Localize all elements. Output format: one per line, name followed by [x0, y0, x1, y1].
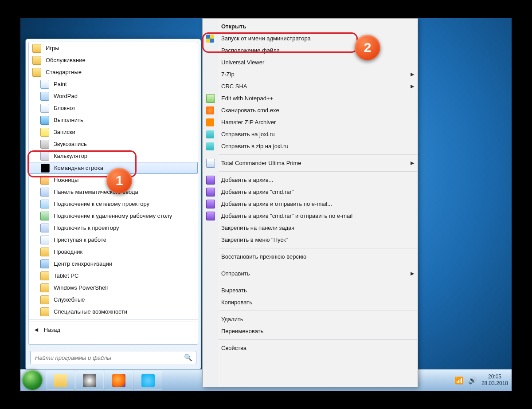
ctx-Добавить в архив "cmd.rar" и отправить по e-mail[interactable]: Добавить в архив "cmd.rar" и отправить п… — [203, 210, 418, 222]
back-label: Назад — [44, 326, 60, 333]
start-button[interactable] — [22, 370, 43, 390]
ctx-Сканировать cmd.exe[interactable]: Сканировать cmd.exe — [203, 104, 418, 116]
ctx-Universal Viewer[interactable]: Universal Viewer — [203, 56, 418, 68]
folder-Windows PowerShell[interactable]: Windows PowerShell — [29, 282, 198, 294]
network-icon[interactable]: 📶 — [455, 376, 464, 385]
program-icon — [40, 104, 49, 113]
folder-icon — [32, 56, 41, 65]
folder-icon — [40, 295, 49, 304]
program-label: Выполнить — [54, 117, 83, 123]
menu-item-label: Запуск от имени администратора — [221, 35, 311, 42]
taskbar-button-firefox[interactable] — [105, 371, 133, 390]
ctx-Переименовать[interactable]: Переименовать — [203, 325, 418, 337]
ctx-Восстановить прежнюю версию[interactable]: Восстановить прежнюю версию — [203, 251, 418, 263]
program-icon — [40, 224, 49, 232]
ctx-Закрепить на панели задач[interactable]: Закрепить на панели задач — [203, 222, 418, 234]
menu-item-icon — [206, 130, 214, 138]
program-Центр синхронизации[interactable]: Центр синхронизации — [29, 258, 198, 270]
taskbar-app-icon — [112, 374, 125, 387]
program-icon — [40, 152, 49, 161]
program-icon — [40, 92, 49, 101]
ctx-CRC SHA[interactable]: CRC SHA▶ — [203, 80, 418, 92]
back-button[interactable]: ◄ Назад — [29, 322, 198, 337]
menu-item-icon — [206, 176, 215, 185]
folder-icon — [32, 68, 41, 77]
ctx-Отправить на joxi.ru[interactable]: Отправить на joxi.ru — [203, 128, 418, 140]
ctx-Запуск от имени администратора[interactable]: Запуск от имени администратора — [203, 32, 418, 44]
ctx-Добавить в архив "cmd.rar"[interactable]: Добавить в архив "cmd.rar" — [203, 186, 418, 198]
program-Проводник[interactable]: Проводник — [29, 246, 198, 258]
program-WordPad[interactable]: WordPad — [29, 90, 198, 102]
taskbar-button-panda[interactable] — [75, 371, 104, 390]
menu-item-icon — [206, 35, 214, 43]
program-Подключение к удаленному рабочему столу[interactable]: Подключение к удаленному рабочему столу — [29, 210, 198, 222]
clock-time: 20:05 — [481, 374, 508, 380]
ctx-Добавить в архив...[interactable]: Добавить в архив... — [203, 174, 418, 186]
ctx-Копировать[interactable]: Копировать — [203, 296, 418, 308]
menu-item-icon — [206, 159, 215, 168]
clock[interactable]: 20:05 28.03.2018 — [481, 374, 508, 387]
ctx-Hamster ZIP Archiver[interactable]: Hamster ZIP Archiver — [203, 116, 418, 128]
program-Подключение к сетевому проектору[interactable]: Подключение к сетевому проектору — [29, 198, 198, 210]
program-label: Подключить к проектору — [54, 224, 119, 231]
folder-Обслуживание[interactable]: Обслуживание — [29, 54, 198, 66]
ctx-Отправить[interactable]: Отправить▶ — [203, 267, 418, 279]
callout-badge-1: 1 — [106, 168, 132, 193]
menu-item-label: Закрепить в меню "Пуск" — [221, 236, 288, 243]
program-label: Центр синхронизации — [54, 260, 112, 267]
program-Записки[interactable]: Записки — [29, 126, 198, 138]
volume-icon[interactable]: 🔊 — [468, 376, 477, 385]
folder-Tablet PC[interactable]: Tablet PC — [29, 270, 198, 282]
search-input[interactable] — [34, 354, 184, 362]
program-Звукозапись[interactable]: Звукозапись — [29, 138, 198, 150]
ctx-Удалить[interactable]: Удалить — [203, 313, 418, 325]
ctx-Свойства[interactable]: Свойства — [203, 342, 418, 354]
ctx-7-Zip[interactable]: 7-Zip▶ — [203, 68, 418, 80]
folder-icon — [40, 307, 49, 316]
folder-Служебные[interactable]: Служебные — [29, 294, 198, 306]
menu-item-label: Total Commander Ultima Prime — [221, 160, 301, 166]
taskbar-button-skype[interactable] — [134, 371, 162, 390]
ctx-Edit with Notepad++[interactable]: Edit with Notepad++ — [203, 92, 418, 104]
programs-list: ИгрыОбслуживаниеСтандартныеPaintWordPadБ… — [28, 42, 198, 345]
menu-item-label: Edit with Notepad++ — [221, 95, 273, 102]
system-tray: 📶 🔊 20:05 28.03.2018 — [455, 370, 508, 391]
menu-item-label: Закрепить на панели задач — [221, 224, 294, 231]
menu-item-icon — [206, 118, 214, 126]
menu-item-icon — [206, 142, 214, 150]
menu-item-label: Свойства — [221, 345, 246, 351]
callout-badge-2: 2 — [355, 35, 380, 60]
program-Подключить к проектору[interactable]: Подключить к проектору — [29, 222, 198, 234]
ctx-Вырезать[interactable]: Вырезать — [203, 284, 418, 296]
program-label: Подключение к сетевому проектору — [54, 201, 149, 207]
menu-item-icon — [206, 200, 215, 208]
folder-label: Windows PowerShell — [54, 284, 108, 291]
ctx-Закрепить в меню "Пуск"[interactable]: Закрепить в меню "Пуск" — [203, 234, 418, 246]
menu-item-label: Сканировать cmd.exe — [221, 107, 279, 114]
program-Выполнить[interactable]: Выполнить — [29, 114, 198, 126]
program-Блокнот[interactable]: Блокнот — [29, 102, 198, 114]
ctx-Отправить в zip на joxi.ru[interactable]: Отправить в zip на joxi.ru — [203, 140, 418, 152]
program-Калькулятор[interactable]: Калькулятор — [29, 150, 198, 162]
folder-label: Обслуживание — [46, 57, 86, 63]
program-Paint[interactable]: Paint — [29, 78, 198, 90]
menu-item-label: Удалить — [221, 316, 243, 322]
folder-Стандартные[interactable]: Стандартные — [29, 66, 198, 78]
folder-Специальные возможности[interactable]: Специальные возможности — [29, 306, 198, 318]
search-box[interactable]: 🔍 — [30, 351, 196, 364]
program-label: Приступая к работе — [54, 236, 106, 243]
taskbar-app-icon — [141, 374, 155, 387]
ctx-Открыть[interactable]: Открыть — [203, 20, 418, 32]
separator — [219, 339, 417, 340]
program-Приступая к работе[interactable]: Приступая к работе — [29, 234, 198, 246]
search-icon: 🔍 — [184, 354, 192, 362]
folder-Игры[interactable]: Игры — [29, 42, 198, 54]
context-menu: ОткрытьЗапуск от имени администратораРас… — [202, 18, 418, 387]
taskbar-button-explorer[interactable] — [46, 371, 74, 390]
ctx-Расположение файла[interactable]: Расположение файла — [203, 44, 418, 56]
program-icon — [40, 200, 49, 208]
menu-item-icon — [206, 188, 215, 197]
ctx-Total Commander Ultima Prime[interactable]: Total Commander Ultima Prime▶ — [203, 157, 418, 169]
ctx-Добавить в архив и отправить по e-mail...[interactable]: Добавить в архив и отправить по e-mail..… — [203, 198, 418, 210]
menu-item-label: Добавить в архив и отправить по e-mail..… — [221, 201, 332, 207]
